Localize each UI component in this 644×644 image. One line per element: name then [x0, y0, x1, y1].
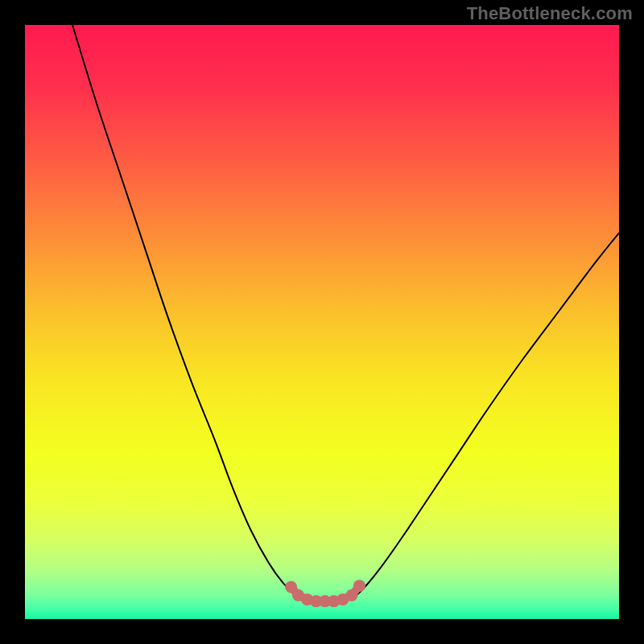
watermark-text: TheBottleneck.com: [467, 3, 633, 24]
chart-frame: TheBottleneck.com: [0, 0, 644, 644]
valley-marker-dot: [353, 580, 365, 592]
valley-markers: [285, 580, 365, 607]
plot-area: [25, 25, 619, 619]
left-curve: [72, 25, 304, 600]
valley-marker-dot: [345, 589, 357, 601]
right-curve: [349, 233, 619, 599]
curve-layer: [25, 25, 619, 619]
